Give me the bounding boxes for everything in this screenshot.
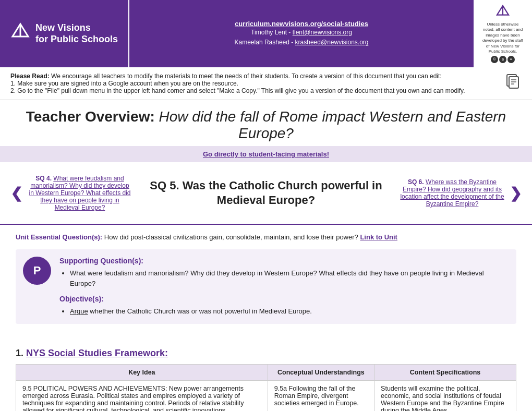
sq5-heading: SQ 5. Was the Catholic Church powerful i…: [132, 178, 400, 208]
objectives-list: Argue whether the Catholic Church was or…: [70, 306, 509, 317]
logo-icon: [10, 22, 30, 45]
unit-essential-text: How did post-classical civilizations gai…: [104, 233, 358, 241]
framework-link[interactable]: NYS Social Studies Framework:: [26, 348, 168, 358]
license-badge: Unless otherwise noted, all content and …: [474, 0, 532, 67]
sq-icon: P: [23, 257, 51, 285]
copy-document-icon: [503, 72, 522, 94]
objectives-item: Argue whether the Catholic Church was or…: [70, 306, 509, 317]
col-header-conceptual: Conceptual Understandings: [268, 364, 374, 380]
logo-section: New Visions for Public Schools: [0, 0, 129, 67]
sq4-section: SQ 4. What were feudalism and manorialis…: [28, 175, 132, 211]
sq-content: Supporting Question(s): What were feudal…: [59, 257, 509, 317]
right-arrow[interactable]: ❯: [504, 185, 527, 202]
key-idea-cell: 9.5 POLITICAL POWERS AND ACHIEVEMENTS: N…: [16, 380, 268, 411]
please-read-section: Please Read: We encourage all teachers t…: [0, 67, 532, 100]
contact2-email[interactable]: krasheed@newvisions.org: [295, 39, 369, 46]
supporting-question-list: What were feudalism and manorialism? Why…: [70, 268, 509, 288]
table-header-row: Key Idea Conceptual Understandings Conte…: [16, 364, 516, 380]
cc-icon-2: $: [499, 56, 506, 63]
unit-essential-label: Unit Essential Question(s):: [16, 233, 102, 241]
please-read-line1: Please Read: We encourage all teachers t…: [10, 72, 492, 80]
section-number: 1.: [16, 348, 23, 358]
page-header: New Visions for Public Schools curriculu…: [0, 0, 532, 67]
content-cell: Students will examine the political, eco…: [374, 380, 516, 411]
header-contact-section: curriculum.newvisions.org/social-studies…: [129, 0, 474, 67]
objectives-rest: whether the Catholic Church was or was n…: [88, 307, 312, 315]
framework-table: Key Idea Conceptual Understandings Conte…: [16, 364, 516, 411]
cc-icon-1: ©: [491, 56, 498, 63]
objectives-label: Objective(s):: [59, 295, 509, 303]
sq5-center: SQ 5. Was the Catholic Church powerful i…: [132, 178, 400, 208]
framework-section: 1. NYS Social Studies Framework: Key Ide…: [0, 343, 532, 411]
objectives-section: Objective(s): Argue whether the Catholic…: [59, 295, 509, 317]
supporting-question-label: Supporting Question(s):: [59, 257, 509, 265]
supporting-question-item: What were feudalism and manorialism? Why…: [70, 268, 509, 288]
col-header-content: Content Specifications: [374, 364, 516, 380]
unit-link[interactable]: Link to Unit: [360, 233, 397, 241]
nav-bar: Go directly to student-facing materials!: [0, 146, 532, 162]
header-contacts: Timothy Lent - tlent@newvisions.org Kame…: [235, 28, 369, 47]
student-materials-link[interactable]: Go directly to student-facing materials!: [203, 150, 329, 158]
unit-essential-question: Unit Essential Question(s): How did post…: [16, 233, 516, 241]
contact1-email[interactable]: tlent@newvisions.org: [293, 29, 352, 36]
badge-text: Unless otherwise noted, all content and …: [482, 22, 524, 54]
curriculum-url[interactable]: curriculum.newvisions.org/social-studies: [235, 20, 368, 28]
title-section: Teacher Overview: How did the fall of Ro…: [0, 100, 532, 146]
badge-logo: [482, 4, 524, 22]
please-read-step1: 1. Make sure you are signed into a Googl…: [10, 80, 492, 87]
main-title: Teacher Overview: How did the fall of Ro…: [16, 108, 516, 142]
logo-text: New Visions for Public Schools: [35, 22, 118, 45]
framework-title: 1. NYS Social Studies Framework:: [16, 348, 516, 359]
supporting-question-box: P Supporting Question(s): What were feud…: [16, 249, 516, 324]
col-header-key-idea: Key Idea: [16, 364, 268, 380]
badge-inner: Unless otherwise noted, all content and …: [482, 4, 524, 63]
svg-rect-6: [509, 77, 518, 88]
cc-icons: © $ ≡: [482, 56, 524, 63]
sq6-section: SQ 6. Where was the Byzantine Empire? Ho…: [400, 178, 504, 208]
cc-icon-3: ≡: [507, 56, 515, 63]
please-read-text: Please Read: We encourage all teachers t…: [10, 72, 492, 94]
argue-underline: Argue: [70, 307, 88, 315]
please-read-step2: 2. Go to the "File" pull down menu in th…: [10, 87, 492, 94]
conceptual-cell: 9.5a Following the fall of the Roman Emp…: [268, 380, 374, 411]
main-content: Unit Essential Question(s): How did post…: [0, 225, 532, 343]
left-arrow[interactable]: ❮: [5, 185, 28, 202]
sq-navigation: ❮ SQ 4. What were feudalism and manorial…: [0, 162, 532, 225]
table-row: 9.5 POLITICAL POWERS AND ACHIEVEMENTS: N…: [16, 380, 516, 411]
